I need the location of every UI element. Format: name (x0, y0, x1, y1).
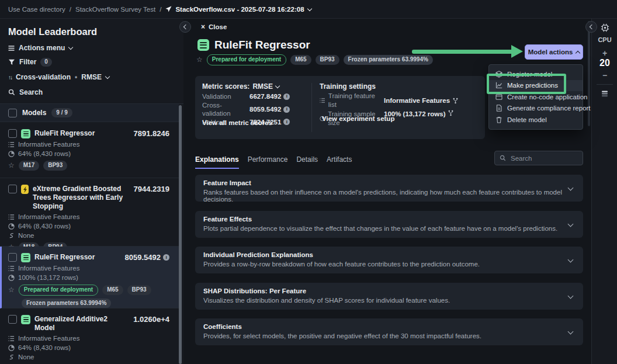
sidebar-title: Model Leaderboard (8, 26, 97, 37)
chevron-down-icon (68, 45, 73, 50)
blueprint-tag: BP93 (316, 55, 339, 65)
trash-icon (495, 116, 502, 123)
close-icon: × (201, 23, 205, 30)
collapse-sidebar-button[interactable] (179, 21, 191, 33)
menu-item-make-predictions[interactable]: Make predictions (489, 80, 583, 92)
info-circle-icon[interactable]: i (283, 106, 290, 113)
annotation-arrow-head (511, 45, 523, 58)
search-input[interactable] (509, 154, 576, 162)
view-all-metric-scores-link[interactable]: View all metric scores (202, 119, 272, 126)
model-checkbox[interactable] (8, 185, 17, 193)
numbered-list-icon (320, 98, 325, 103)
star-icon[interactable]: ☆ (8, 286, 15, 293)
select-all-checkbox[interactable] (8, 109, 17, 117)
feature-list-row: Informative Features (8, 265, 169, 272)
star-icon[interactable]: ☆ (196, 56, 203, 63)
tab-artifacts[interactable]: Artifacts (327, 155, 352, 169)
sort-separator: • (75, 73, 77, 81)
numbered-list-icon (8, 265, 15, 272)
model-score: 1.0260e+4 (133, 315, 169, 324)
info-circle-icon[interactable]: i (283, 93, 290, 100)
model-name: RuleFit Regressor (34, 129, 130, 138)
feature-list-row: Informative Features (8, 335, 169, 342)
model-card-rulefit-selected[interactable]: RuleFit Regressor 8059.5492 i Informativ… (0, 247, 179, 308)
chevron-up-icon (576, 51, 580, 56)
accordion-individual-prediction-explanations[interactable]: Individual Prediction Explanations Provi… (195, 247, 583, 273)
sort-selector[interactable]: ↑↓ Cross-validation • RMSE (8, 73, 109, 81)
filter-count-badge: 0 (40, 58, 52, 67)
blueprint-tag: BP93 (127, 285, 151, 295)
numbered-list-icon (8, 335, 15, 342)
view-experiment-setup-link[interactable]: View experiment setup (322, 115, 394, 122)
filter-button[interactable]: Filter 0 (8, 58, 52, 67)
tab-details[interactable]: Details (296, 155, 318, 169)
accordion-feature-impact[interactable]: Feature Impact Ranks features based on t… (195, 175, 583, 202)
model-card-xgboost[interactable]: eXtreme Gradient Boosted Trees Regressor… (0, 178, 179, 247)
tab-explanations[interactable]: Explanations (195, 155, 239, 169)
model-leaderboard-sidebar: Model Leaderboard Actions menu Filter 0 … (0, 19, 183, 364)
menu-item-delete-model[interactable]: Delete model (489, 114, 583, 126)
close-panel-button[interactable]: × Close (201, 23, 227, 30)
breadcrumb-usecase-directory[interactable]: Use Case directory (8, 6, 65, 13)
sidebar-scrollbar[interactable] (179, 105, 182, 364)
workers-decrease-button[interactable]: − (592, 71, 617, 80)
tab-performance[interactable]: Performance (248, 155, 288, 169)
workers-increase-button[interactable]: + (592, 48, 617, 58)
numbered-list-icon (8, 214, 15, 220)
model-checkbox[interactable] (8, 253, 17, 262)
model-type-icon (21, 315, 30, 324)
menu-item-create-nocode-app[interactable]: Create no-code application (489, 91, 583, 103)
accordion-shap-distributions[interactable]: SHAP Distributions: Per Feature Visualiz… (195, 283, 583, 310)
deployment-badge: Prepared for deployment (19, 285, 98, 296)
model-card-rulefit-1[interactable]: RuleFit Regressor 7891.8246 Informative … (0, 123, 179, 178)
model-tag: M65 (102, 285, 123, 295)
frozen-parameters-badge: Frozen parameters 63.9994% (22, 299, 111, 308)
detail-tabs: Explanations Performance Details Artifac… (195, 155, 352, 169)
page-title: RuleFit Regressor (214, 39, 310, 51)
model-checkbox[interactable] (8, 315, 17, 324)
model-tag: M65 (290, 55, 311, 65)
pie-icon (8, 151, 15, 157)
accordion-coefficients[interactable]: Coefficients Provides, for select models… (195, 318, 583, 345)
model-actions-button[interactable]: Model actions (525, 44, 583, 60)
model-score: 8059.5492 i (125, 253, 169, 262)
chevron-down-icon (105, 74, 110, 79)
model-name: RuleFit Regressor (34, 253, 121, 262)
pie-icon (8, 223, 15, 230)
worker-queue-icon[interactable] (592, 90, 617, 97)
breadcrumb-separator: / (70, 6, 71, 13)
menu-item-generate-compliance-report[interactable]: Generate compliance report (489, 103, 583, 115)
sidebar-search-button[interactable]: Search (8, 88, 43, 96)
snapshot-row: None (8, 232, 169, 239)
breadcrumb-usecase[interactable]: StackOverflow Survey Test (75, 6, 155, 13)
hamburger-icon (8, 46, 15, 51)
resources-rail: CPU + 20 − (591, 19, 617, 364)
info-circle-icon[interactable]: i (283, 119, 290, 125)
blueprint-tag: BP93 (43, 161, 67, 171)
numbered-list-icon (8, 141, 15, 148)
accordion-feature-effects[interactable]: Feature Effects Plots partial dependence… (195, 211, 583, 238)
info-circle-icon[interactable]: i (163, 254, 169, 261)
model-checkbox[interactable] (8, 129, 17, 138)
training-settings-header: Training settings (320, 82, 376, 91)
sort-arrows-icon: ↑↓ (8, 74, 12, 81)
feature-list-row: Informative Features (8, 141, 169, 148)
menu-item-register-model[interactable]: Register model (489, 68, 583, 80)
detail-search[interactable] (494, 151, 583, 165)
model-card-gam2[interactable]: Generalized Additive2 Model 1.0260e+4 In… (0, 308, 179, 364)
models-label: Models (22, 109, 46, 117)
divider (597, 84, 613, 85)
star-icon[interactable]: ☆ (8, 162, 15, 169)
metric-scores-header[interactable]: Metric scores: RMSE (202, 82, 279, 91)
model-summary-card: Metric scores: RMSE Validation 6627.8492… (195, 76, 485, 139)
actions-menu-button[interactable]: Actions menu (8, 44, 72, 52)
paper-plane-icon (165, 6, 172, 12)
pie-icon (8, 275, 15, 281)
breadcrumb-current-experiment[interactable]: StackOverflow.csv - 2025-07-28 16:22:08 (165, 6, 311, 13)
collapse-rail-button[interactable] (585, 21, 597, 33)
sample-size-row: 64% (8,430 rows) (8, 344, 169, 351)
model-detail-panel: × Close RuleFit Regressor ☆ Prepared for… (183, 19, 591, 364)
app-window-icon (495, 93, 502, 100)
s-curve-icon (8, 233, 15, 239)
predictions-chart-icon (495, 82, 502, 89)
